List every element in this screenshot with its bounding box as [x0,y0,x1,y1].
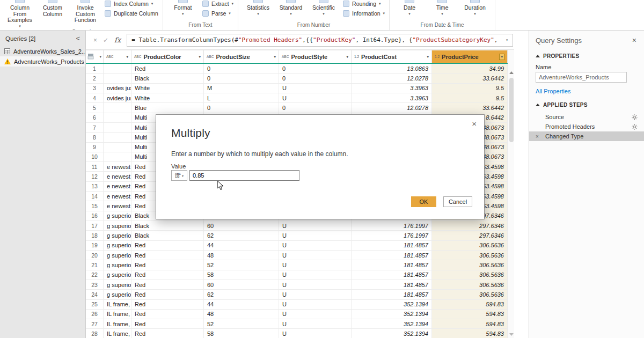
dialog-close-icon[interactable]: × [472,119,477,128]
table-cell[interactable]: Red [131,260,204,270]
column-filter-icon[interactable]: ▾ [199,55,201,59]
scroll-down-icon[interactable] [509,333,514,336]
table-cell[interactable]: 306.5636 [432,270,508,280]
table-cell[interactable]: 52 [204,319,279,329]
row-number[interactable]: 20 [86,251,104,260]
table-cell[interactable]: e newest a... [104,162,131,172]
row-number[interactable]: 24 [86,290,104,299]
table-cell[interactable]: Blue [131,103,204,113]
row-number[interactable]: 19 [86,241,104,251]
table-cell[interactable]: g superior ... [104,290,131,299]
row-number[interactable]: 6 [86,113,104,123]
table-cell[interactable]: 594.83 [432,310,508,319]
table-cell[interactable]: Black [131,231,204,240]
query-item-adventureworks-sales-2[interactable]: AdventureWorks_Sales_2... [0,46,85,56]
select-all-corner[interactable]: ▾ [86,50,104,63]
row-number[interactable]: 22 [86,270,104,280]
table-cell[interactable]: 0 [204,64,279,74]
table-cell[interactable] [104,123,131,133]
column-filter-icon[interactable]: ▾ [346,55,348,59]
ribbon-button-duplicate-column[interactable]: Duplicate Column [105,10,158,17]
ribbon-button-parse[interactable]: Parse▾ [202,10,233,17]
table-cell[interactable] [104,152,131,162]
table-cell[interactable]: 352.1394 [352,329,432,338]
table-cell[interactable]: 297.6346 [432,231,508,240]
table-cell[interactable]: 0 [204,103,279,113]
table-cell[interactable]: g superior ... [104,211,131,221]
table-cell[interactable]: Red [131,270,204,280]
formula-check-icon[interactable]: ✓ [103,36,108,44]
table-cell[interactable]: g superior ... [104,221,131,231]
table-cell[interactable]: 0 [279,64,352,74]
table-cell[interactable]: Red [131,241,204,251]
table-cell[interactable]: IL frame, t... [104,300,131,310]
row-number[interactable]: 26 [86,310,104,319]
table-cell[interactable] [104,133,131,142]
row-number[interactable]: 18 [86,231,104,240]
ribbon-button-date[interactable]: Date▾ [394,0,425,16]
table-cell[interactable]: 62 [204,290,279,299]
ribbon-button-format[interactable]: Format▾ [167,0,199,16]
table-cell[interactable]: 34.99 [432,64,508,74]
table-cell[interactable]: 306.5636 [432,260,508,270]
table-cell[interactable]: Red [131,290,204,299]
formula-input[interactable]: = Table.TransformColumnTypes(#"Promoted … [127,34,513,47]
row-number[interactable]: 11 [86,162,104,172]
row-number[interactable]: 21 [86,260,104,270]
table-cell[interactable]: 176.1997 [352,221,432,231]
column-header-productcost[interactable]: 1.2ProductCost▾ [352,50,432,63]
table-cell[interactable]: White [131,84,204,93]
applied-step-changed-type[interactable]: ×Changed Type [529,131,644,141]
column-filter-icon[interactable]: ▾ [126,55,128,59]
table-cell[interactable]: Red [131,310,204,319]
ribbon-button-duration[interactable]: Duration▾ [459,0,491,16]
table-cell[interactable]: U [279,84,352,93]
table-cell[interactable]: 176.1997 [352,231,432,240]
value-type-selector[interactable]: ABC 123 ▾ [171,170,187,181]
table-cell[interactable]: ovides just... [104,84,131,93]
gear-icon[interactable] [632,114,638,120]
table-cell[interactable]: Red [131,300,204,310]
table-cell[interactable]: U [279,300,352,310]
table-cell[interactable] [104,64,131,74]
table-cell[interactable] [104,113,131,123]
table-cell[interactable]: Red [131,329,204,338]
table-cell[interactable]: 594.83 [432,300,508,310]
column-header-productcolor[interactable]: ABCProductColor▾ [131,50,204,63]
row-number[interactable]: 14 [86,192,104,201]
table-cell[interactable]: U [279,329,352,338]
collapse-pane-icon[interactable]: < [76,36,80,41]
table-cell[interactable]: 13.0863 [352,64,432,74]
table-cell[interactable] [104,74,131,83]
row-number[interactable]: 8 [86,133,104,142]
table-cell[interactable] [104,143,131,152]
ok-button[interactable]: OK [411,196,436,207]
table-cell[interactable]: 181.4857 [352,270,432,280]
column-header-productstyle[interactable]: ABCProductStyle▾ [279,50,352,63]
table-cell[interactable]: 0 [279,103,352,113]
table-cell[interactable]: 306.5636 [432,251,508,260]
ribbon-button-standard[interactable]: Standard▾ [275,0,306,16]
row-number[interactable]: 23 [86,280,104,290]
table-cell[interactable]: g superior ... [104,231,131,240]
table-cell[interactable]: U [279,93,352,103]
table-cell[interactable]: Red [131,64,204,74]
table-cell[interactable]: 352.1394 [352,300,432,310]
table-cell[interactable]: 3.3963 [352,84,432,93]
row-number[interactable]: 3 [86,84,104,93]
table-cell[interactable]: IL frame, t... [104,310,131,319]
ribbon-button-rounding[interactable]: Rounding▾ [343,0,385,7]
cancel-button[interactable]: Cancel [443,196,472,207]
table-cell[interactable]: U [279,280,352,290]
table-cell[interactable]: 0 [279,74,352,83]
table-cell[interactable]: 3.3963 [352,93,432,103]
table-cell[interactable]: g superior ... [104,270,131,280]
table-cell[interactable]: Black [131,74,204,83]
ribbon-button-information[interactable]: Information▾ [343,10,385,17]
delete-step-icon[interactable]: × [536,134,544,139]
scrollbar-thumb[interactable] [509,78,514,142]
table-cell[interactable]: 594.83 [432,329,508,338]
table-cell[interactable]: U [279,319,352,329]
table-cell[interactable]: 181.4857 [352,280,432,290]
row-number[interactable]: 9 [86,143,104,152]
